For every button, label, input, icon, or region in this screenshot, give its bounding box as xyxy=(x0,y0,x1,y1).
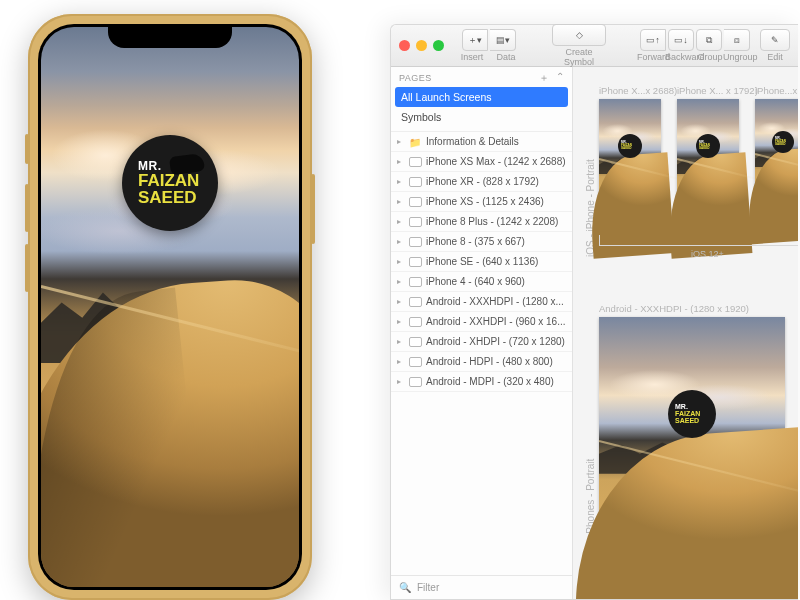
chevron-right-icon: ▸ xyxy=(397,297,405,306)
create-symbol-label: Create Symbol xyxy=(552,47,606,67)
artboard-iphone-xs[interactable]: MR. FAIZAN SAEED xyxy=(755,99,798,221)
artboard-icon xyxy=(409,337,422,347)
toolbar-arrange-group: ▭↑ ▭↓ ⧉ ⧈ Forward Backward Group Ungroup xyxy=(636,29,754,62)
backward-label: Backward xyxy=(665,52,697,62)
layer-android-xhdpi[interactable]: ▸Android - XHDPI - (720 x 1280) xyxy=(391,332,572,352)
layer-iphone-xs[interactable]: ▸iPhone XS - (1125 x 2436) xyxy=(391,192,572,212)
page-label: All Launch Screens xyxy=(401,91,491,103)
close-window-button[interactable] xyxy=(399,40,410,51)
phone-silence-switch xyxy=(25,134,29,164)
layer-android-xxxhdpi[interactable]: ▸Android - XXXHDPI - (1280 x... xyxy=(391,292,572,312)
chevron-right-icon: ▸ xyxy=(397,317,405,326)
layer-label: iPhone SE - (640 x 1136) xyxy=(426,256,538,267)
pages-header-label: PAGES xyxy=(399,73,432,83)
layer-iphone-8-plus[interactable]: ▸iPhone 8 Plus - (1242 x 2208) xyxy=(391,212,572,232)
artboard-label-android-1[interactable]: Android - XXXHDPI - (1280 x 1920) xyxy=(599,303,749,314)
forward-button[interactable]: ▭↑ xyxy=(640,29,666,51)
ungroup-button[interactable]: ⧈ xyxy=(724,29,750,51)
edit-button[interactable]: ✎ xyxy=(760,29,790,51)
minimize-window-button[interactable] xyxy=(416,40,427,51)
layer-label: Android - XXHDPI - (960 x 16... xyxy=(426,316,566,327)
artboard-iphone-xr[interactable]: MR. FAIZAN SAEED xyxy=(677,99,739,233)
mini-logo-ln: SAEED xyxy=(775,143,785,146)
layer-label: iPhone 8 - (375 x 667) xyxy=(426,236,525,247)
create-symbol-button[interactable]: ◇ xyxy=(552,24,606,46)
logo-line2: FAIZAN xyxy=(138,172,199,189)
filter-placeholder: Filter xyxy=(417,582,439,593)
search-icon: 🔍 xyxy=(399,582,411,593)
layer-iphone-se[interactable]: ▸iPhone SE - (640 x 1136) xyxy=(391,252,572,272)
page-symbols[interactable]: Symbols xyxy=(391,107,572,127)
phone-bezel: MR. FAIZAN SAEED xyxy=(38,24,302,590)
artboard-label-3[interactable]: iPhone...x 2436) xyxy=(755,85,798,96)
artboard-icon xyxy=(409,357,422,367)
mini-logo-ln: SAEED xyxy=(675,417,699,424)
layers-filter[interactable]: 🔍 Filter xyxy=(391,575,572,599)
mini-logo-mr: MR. xyxy=(675,403,688,410)
chevron-right-icon: ▸ xyxy=(397,357,405,366)
mini-logo-ln: SAEED xyxy=(699,147,709,150)
layer-iphone-8[interactable]: ▸iPhone 8 - (375 x 667) xyxy=(391,232,572,252)
layer-label: iPhone XR - (828 x 1792) xyxy=(426,176,539,187)
layer-label: iPhone XS - (1125 x 2436) xyxy=(426,196,544,207)
artboard-icon xyxy=(409,257,422,267)
artboard-label-1[interactable]: iPhone X...x 2688) xyxy=(599,85,677,96)
add-page-icon[interactable]: ＋ xyxy=(539,71,550,85)
chevron-right-icon: ▸ xyxy=(397,237,405,246)
data-button[interactable]: ▤▾ xyxy=(490,29,516,51)
artboard-icon xyxy=(409,237,422,247)
data-label: Data xyxy=(490,52,522,62)
pages-toggle-icon[interactable]: ⌃ xyxy=(556,71,565,85)
layer-iphone-xs-max[interactable]: ▸iPhone XS Max - (1242 x 2688) xyxy=(391,152,572,172)
toolbar-symbol-group: ◇ Create Symbol xyxy=(552,24,606,67)
zoom-window-button[interactable] xyxy=(433,40,444,51)
layer-android-mdpi[interactable]: ▸Android - MDPI - (320 x 480) xyxy=(391,372,572,392)
mini-logo-ln: SAEED xyxy=(621,147,631,150)
artboard-icon xyxy=(409,197,422,207)
pages-header: PAGES ＋ ⌃ xyxy=(391,67,572,87)
layer-android-hdpi[interactable]: ▸Android - HDPI - (480 x 800) xyxy=(391,352,572,372)
guide-tick xyxy=(599,235,600,245)
layer-label: iPhone XS Max - (1242 x 2688) xyxy=(426,156,566,167)
mini-logo-fn: FAIZAN xyxy=(675,410,700,417)
workspace: PAGES ＋ ⌃ All Launch Screens Symbols ▸ 📁… xyxy=(391,67,798,599)
artboard-android-xxxhdpi[interactable]: MR. FAIZAN SAEED xyxy=(599,317,785,597)
insert-button[interactable]: ＋▾ xyxy=(462,29,488,51)
chevron-right-icon: ▸ xyxy=(397,277,405,286)
page-all-launch-screens[interactable]: All Launch Screens xyxy=(395,87,568,107)
phone-screen: MR. FAIZAN SAEED xyxy=(41,27,299,587)
layer-android-xxhdpi[interactable]: ▸Android - XXHDPI - (960 x 16... xyxy=(391,312,572,332)
layer-iphone-xr[interactable]: ▸iPhone XR - (828 x 1792) xyxy=(391,172,572,192)
chevron-right-icon: ▸ xyxy=(397,157,405,166)
chevron-right-icon: ▸ xyxy=(397,197,405,206)
chevron-right-icon: ▸ xyxy=(397,177,405,186)
layers-list: ▸ 📁 Information & Details ▸iPhone XS Max… xyxy=(391,131,572,575)
guide-line xyxy=(599,245,798,246)
sidebar: PAGES ＋ ⌃ All Launch Screens Symbols ▸ 📁… xyxy=(391,67,573,599)
chevron-right-icon: ▸ xyxy=(397,217,405,226)
phone-mockup: MR. FAIZAN SAEED xyxy=(28,14,312,600)
artboard-iphone-xs-max[interactable]: MR. FAIZAN SAEED xyxy=(599,99,661,233)
artboard-icon xyxy=(409,157,422,167)
toolbar-edit-group: ✎ Edit xyxy=(760,29,790,62)
phone-volume-down-button xyxy=(25,244,29,292)
window-traffic-lights xyxy=(399,40,444,51)
backward-button[interactable]: ▭↓ xyxy=(668,29,694,51)
layer-folder-information[interactable]: ▸ 📁 Information & Details xyxy=(391,132,572,152)
layer-label: Android - HDPI - (480 x 800) xyxy=(426,356,553,367)
logo-line3: SAEED xyxy=(138,189,197,206)
canvas[interactable]: iOS - iPhone - Portrait iPhone X...x 268… xyxy=(573,67,798,599)
group-button[interactable]: ⧉ xyxy=(696,29,722,51)
ios-guide-caption: iOS 12+ xyxy=(691,249,724,259)
insert-label: Insert xyxy=(456,52,488,62)
layer-label: Android - XHDPI - (720 x 1280) xyxy=(426,336,565,347)
artboard-icon xyxy=(409,217,422,227)
chevron-right-icon: ▸ xyxy=(397,337,405,346)
layer-iphone-4[interactable]: ▸iPhone 4 - (640 x 960) xyxy=(391,272,572,292)
page-label: Symbols xyxy=(401,111,441,123)
forward-label: Forward xyxy=(637,52,665,62)
logo-cap-icon xyxy=(169,153,205,176)
phone-notch xyxy=(108,24,232,48)
artboard-label-2[interactable]: iPhone X... x 1792) xyxy=(677,85,758,96)
layer-label: iPhone 8 Plus - (1242 x 2208) xyxy=(426,216,558,227)
